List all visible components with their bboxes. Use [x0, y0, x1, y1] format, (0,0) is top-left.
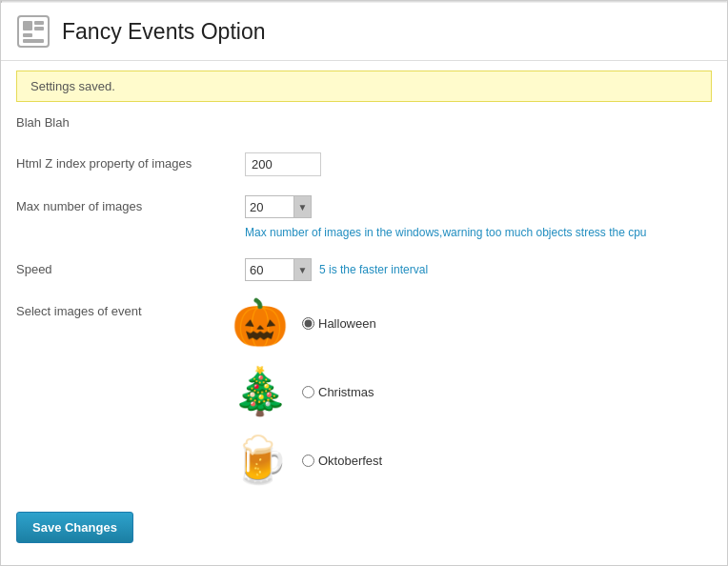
speed-label: Speed — [16, 258, 245, 276]
event-images-section: Select images of event 🎃Halloween🎄Christ… — [1, 291, 727, 493]
max-images-control: 5 10 15 20 25 30 40 50 ▼ Max number of i… — [245, 195, 712, 239]
intro-text: Blah Blah — [1, 111, 727, 143]
event-radio-label-oktoberfest[interactable]: Oktoberfest — [302, 454, 382, 468]
speed-select[interactable]: 5 10 20 30 40 50 60 80 100 — [246, 260, 293, 280]
speed-arrow: ▼ — [293, 259, 311, 280]
page-icon — [16, 14, 51, 49]
event-emoji-christmas: 🎄 — [230, 369, 291, 414]
event-radio-label-halloween[interactable]: Halloween — [302, 316, 376, 331]
z-index-row: Html Z index property of images — [16, 143, 712, 186]
svg-rect-1 — [23, 21, 32, 30]
settings-saved-notice: Settings saved. — [16, 71, 712, 102]
event-radio-christmas[interactable] — [302, 386, 314, 398]
speed-select-wrapper: 5 10 20 30 40 50 60 80 100 ▼ — [245, 258, 312, 281]
page-title: Fancy Events Option — [62, 19, 266, 45]
speed-control: 5 10 20 30 40 50 60 80 100 ▼ 5 is the fa… — [245, 258, 712, 281]
svg-rect-2 — [34, 21, 44, 25]
event-images-label: Select images of event — [16, 300, 230, 318]
max-images-select[interactable]: 5 10 15 20 25 30 40 50 — [246, 197, 293, 217]
svg-rect-3 — [34, 27, 44, 30]
event-radio-oktoberfest[interactable] — [302, 455, 314, 467]
max-images-hint: Max number of images in the windows,warn… — [245, 226, 647, 239]
max-images-arrow: ▼ — [293, 196, 311, 217]
event-option-oktoberfest: 🍺Oktoberfest — [230, 437, 382, 483]
settings-table: Html Z index property of images Max numb… — [1, 143, 727, 291]
speed-hint: 5 is the faster interval — [319, 263, 428, 276]
z-index-control — [245, 152, 712, 176]
save-changes-button[interactable]: Save Changes — [16, 512, 133, 543]
max-images-label: Max number of images — [16, 195, 245, 213]
event-emoji-halloween: 🎃 — [230, 300, 291, 346]
event-name-christmas: Christmas — [318, 385, 374, 399]
z-index-label: Html Z index property of images — [16, 152, 245, 171]
event-emoji-oktoberfest: 🍺 — [230, 437, 291, 483]
page-header: Fancy Events Option — [1, 3, 727, 61]
max-images-select-wrapper: 5 10 15 20 25 30 40 50 ▼ — [245, 195, 312, 218]
svg-rect-5 — [23, 39, 44, 43]
speed-row: Speed 5 10 20 30 40 50 60 80 100 ▼ — [16, 249, 712, 291]
event-radio-halloween[interactable] — [302, 317, 314, 330]
event-option-christmas: 🎄Christmas — [230, 369, 382, 414]
event-name-halloween: Halloween — [318, 316, 376, 331]
event-option-halloween: 🎃Halloween — [230, 300, 382, 346]
event-radio-label-christmas[interactable]: Christmas — [302, 385, 374, 399]
svg-rect-4 — [23, 33, 32, 37]
z-index-input[interactable] — [245, 152, 321, 176]
max-images-row: Max number of images 5 10 15 20 25 30 40… — [16, 186, 712, 249]
event-options: 🎃Halloween🎄Christmas🍺Oktoberfest — [230, 300, 382, 483]
event-name-oktoberfest: Oktoberfest — [318, 454, 382, 468]
